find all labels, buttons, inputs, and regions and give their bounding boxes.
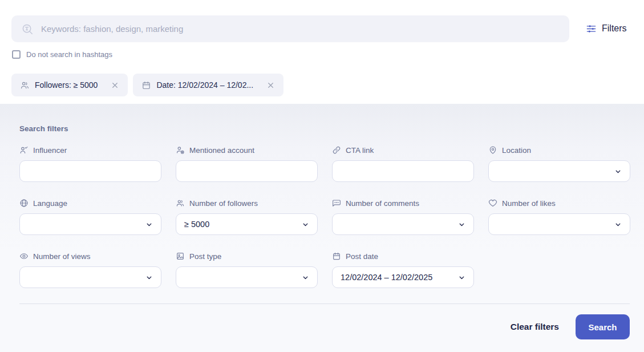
filter-fields-grid: Influencer Mentioned account	[19, 145, 630, 288]
hashtag-checkbox[interactable]	[12, 50, 21, 59]
chip-date-close-icon[interactable]	[266, 81, 275, 90]
chevron-down-icon	[458, 221, 465, 228]
field-cta-link: CTA link	[332, 145, 474, 182]
post-date-select-value: 12/02/2024 – 12/02/2025	[341, 273, 432, 282]
chevron-down-icon	[145, 221, 153, 228]
chevron-down-icon	[458, 274, 465, 281]
field-number-of-followers-label: Number of followers	[189, 199, 258, 208]
chevron-down-icon	[614, 221, 622, 228]
field-influencer: Influencer	[19, 145, 161, 182]
field-number-of-views-label: Number of views	[33, 252, 91, 261]
field-cta-link-label: CTA link	[346, 146, 374, 155]
active-filter-chips: Followers: ≥ 5000 Date: 12/02/2024 – 12/…	[11, 74, 283, 96]
hashtag-checkbox-label: Do not search in hashtags	[26, 50, 112, 59]
globe-icon	[19, 199, 29, 208]
field-number-of-likes-label: Number of likes	[502, 199, 556, 208]
eye-icon	[19, 252, 29, 261]
field-post-date-label: Post date	[346, 252, 378, 261]
field-location-label: Location	[502, 146, 531, 155]
influencer-input[interactable]	[19, 160, 161, 182]
field-influencer-label: Influencer	[33, 146, 67, 155]
chip-followers-label: Followers: ≥ 5000	[35, 80, 98, 90]
user-check-icon	[19, 145, 29, 155]
search-filters-page: Filters Do not search in hashtags Follow…	[0, 0, 644, 352]
number-of-comments-select[interactable]	[332, 213, 474, 235]
footer-divider	[19, 304, 630, 304]
keyword-search-input[interactable]	[41, 24, 560, 34]
chip-followers-close-icon[interactable]	[111, 81, 119, 90]
language-select[interactable]	[19, 213, 161, 235]
field-location-label-row: Location	[488, 145, 630, 155]
calendar-icon	[141, 80, 151, 90]
field-language-label-row: Language	[19, 198, 161, 208]
post-type-select[interactable]	[176, 266, 318, 288]
field-number-of-followers: Number of followers ≥ 5000	[176, 198, 318, 235]
number-of-likes-select[interactable]	[488, 213, 630, 235]
field-post-date-label-row: Post date	[332, 251, 474, 261]
field-number-of-likes: Number of likes	[488, 198, 630, 235]
users-icon	[176, 199, 185, 208]
field-post-type-label-row: Post type	[176, 251, 318, 261]
panel-footer: Clear filters Search	[19, 314, 630, 339]
chevron-down-icon	[302, 221, 309, 228]
filters-button-label: Filters	[602, 23, 627, 34]
field-number-of-views-label-row: Number of views	[19, 251, 161, 261]
search-filters-panel: Search filters Influencer Menti	[0, 104, 644, 352]
field-mentioned-account: Mentioned account	[176, 145, 318, 182]
field-language-label: Language	[33, 199, 67, 208]
search-button[interactable]: Search	[576, 314, 630, 339]
field-post-type-label: Post type	[189, 252, 221, 261]
chip-date-label: Date: 12/02/2024 – 12/02...	[156, 80, 253, 90]
keyword-search-bar	[11, 15, 569, 42]
field-number-of-comments: Number of comments	[332, 198, 474, 235]
hashtag-checkbox-row[interactable]: Do not search in hashtags	[12, 50, 112, 59]
panel-title: Search filters	[19, 124, 630, 133]
field-number-of-comments-label-row: Number of comments	[332, 198, 474, 208]
field-location: Location	[488, 145, 630, 182]
map-pin-icon	[488, 145, 497, 155]
mentioned-account-input[interactable]	[176, 160, 318, 182]
cta-link-input[interactable]	[332, 160, 474, 182]
heart-icon	[488, 199, 497, 208]
field-number-of-views: Number of views	[19, 251, 161, 288]
field-language: Language	[19, 198, 161, 235]
post-date-select[interactable]: 12/02/2024 – 12/02/2025	[332, 266, 474, 288]
image-icon	[176, 252, 185, 261]
chevron-down-icon	[145, 274, 153, 281]
users-icon	[20, 80, 30, 90]
field-mentioned-account-label: Mentioned account	[189, 146, 254, 155]
chevron-down-icon	[614, 168, 622, 175]
chip-date: Date: 12/02/2024 – 12/02...	[133, 74, 283, 96]
comment-icon	[332, 199, 341, 208]
calendar-icon	[332, 252, 341, 261]
location-select[interactable]	[488, 160, 630, 182]
field-number-of-likes-label-row: Number of likes	[488, 198, 630, 208]
chevron-down-icon	[302, 274, 309, 281]
number-of-followers-select-value: ≥ 5000	[184, 220, 209, 229]
field-number-of-comments-label: Number of comments	[346, 199, 419, 208]
user-at-icon	[176, 145, 185, 155]
sliders-icon	[586, 23, 597, 34]
field-cta-link-label-row: CTA link	[332, 145, 474, 155]
search-text-icon	[21, 23, 34, 35]
field-post-type: Post type	[176, 251, 318, 288]
link-icon	[332, 145, 341, 155]
field-mentioned-account-label-row: Mentioned account	[176, 145, 318, 155]
number-of-followers-select[interactable]: ≥ 5000	[176, 213, 318, 235]
clear-filters-button[interactable]: Clear filters	[511, 322, 559, 332]
number-of-views-select[interactable]	[19, 266, 161, 288]
chip-followers: Followers: ≥ 5000	[11, 74, 128, 96]
filters-button[interactable]: Filters	[586, 21, 627, 36]
field-number-of-followers-label-row: Number of followers	[176, 198, 318, 208]
field-influencer-label-row: Influencer	[19, 145, 161, 155]
field-post-date: Post date 12/02/2024 – 12/02/2025	[332, 251, 474, 288]
